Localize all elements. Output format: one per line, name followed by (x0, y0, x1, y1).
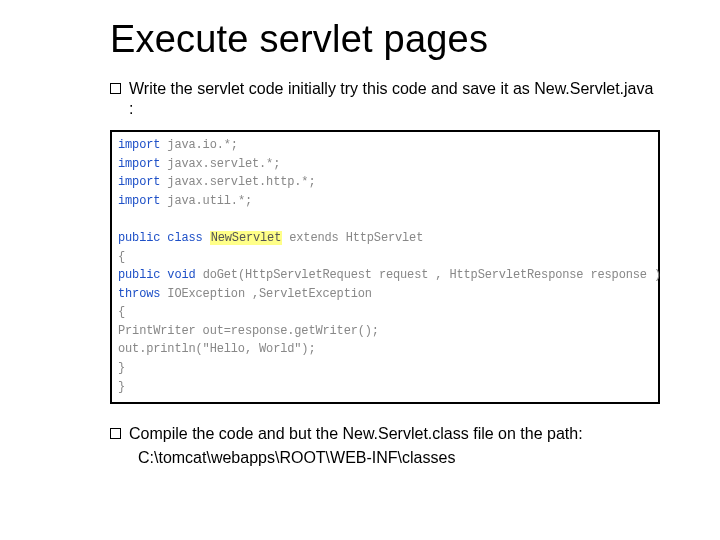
bullet-compile: Compile the code and but the New.Servlet… (110, 424, 660, 444)
highlight-classname: NewServlet (210, 231, 283, 245)
code-snippet: import java.io.*; import javax.servlet.*… (110, 130, 660, 404)
bullet-write-code: Write the servlet code initially try thi… (110, 79, 660, 120)
code-content: import java.io.*; import javax.servlet.*… (116, 134, 654, 398)
square-bullet-icon (110, 428, 121, 439)
bullet-text: Write the servlet code initially try thi… (129, 79, 660, 120)
page-title: Execute servlet pages (110, 18, 660, 61)
slide: Execute servlet pages Write the servlet … (0, 0, 720, 540)
bullet-text: Compile the code and but the New.Servlet… (129, 424, 583, 444)
square-bullet-icon (110, 83, 121, 94)
path-line: C:\tomcat\webapps\ROOT\WEB-INF\classes (138, 449, 660, 467)
